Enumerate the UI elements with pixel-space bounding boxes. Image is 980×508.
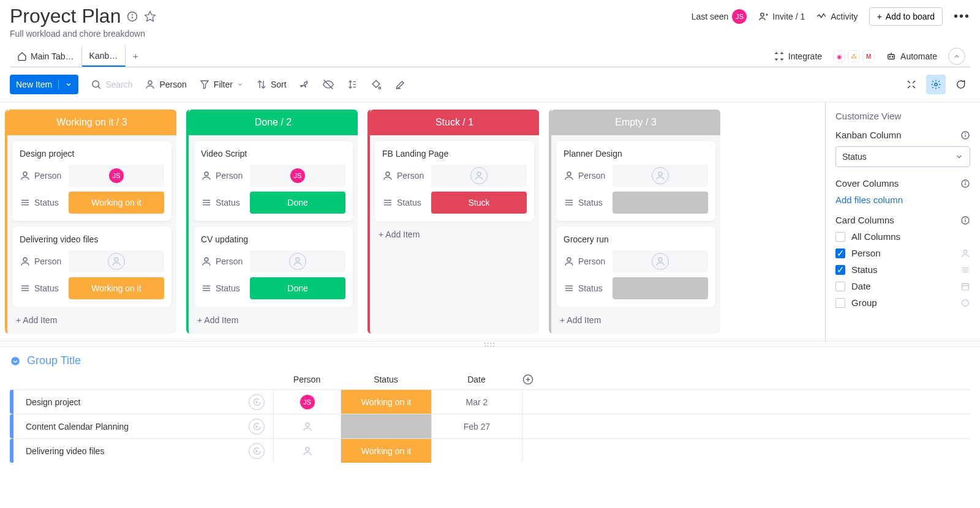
card-status-value[interactable]: [612, 192, 708, 214]
new-item-button[interactable]: New Item: [10, 75, 78, 94]
settings-icon[interactable]: [926, 75, 946, 94]
collapse-button[interactable]: [948, 48, 965, 65]
col-person[interactable]: Person: [273, 375, 341, 384]
comment-view-icon[interactable]: [951, 75, 970, 94]
check-person[interactable]: ✓ Person: [835, 248, 970, 258]
card-person-value[interactable]: JS: [250, 165, 345, 187]
add-files-column-link[interactable]: Add files column: [835, 195, 970, 205]
card-status-value[interactable]: Working on it: [69, 192, 164, 214]
add-tab-button[interactable]: +: [126, 47, 145, 66]
check-status[interactable]: ✓ Status: [835, 264, 970, 275]
edit-icon[interactable]: [394, 78, 407, 91]
info-icon[interactable]: [960, 215, 970, 225]
chat-icon[interactable]: [249, 443, 265, 459]
row-status[interactable]: [341, 414, 431, 438]
last-seen[interactable]: Last seen JS: [692, 9, 747, 24]
card-title: Design project: [20, 149, 164, 159]
card-status-value[interactable]: Done: [250, 277, 345, 299]
row-date[interactable]: [431, 439, 522, 463]
row-status[interactable]: Working on it: [341, 390, 431, 414]
card-person-value[interactable]: JS: [69, 165, 164, 187]
row-person[interactable]: [273, 439, 341, 463]
row-date[interactable]: Mar 2: [431, 390, 522, 414]
table-row[interactable]: Design projectJSWorking on itMar 2: [10, 389, 970, 414]
row-name[interactable]: Delivering video files: [13, 443, 273, 459]
color-icon[interactable]: [370, 78, 382, 91]
add-item-button[interactable]: + Add Item: [189, 307, 358, 334]
add-item-button[interactable]: + Add Item: [7, 307, 176, 334]
filter-button[interactable]: Filter: [199, 79, 244, 90]
row-person[interactable]: JS: [273, 390, 341, 414]
card-person-label: Person: [20, 170, 64, 181]
person-filter[interactable]: Person: [145, 79, 186, 90]
integration-dot-2[interactable]: ⁂: [848, 50, 860, 62]
info-icon[interactable]: [960, 130, 970, 140]
chat-icon[interactable]: [249, 419, 265, 435]
status-icon: [201, 197, 212, 208]
row-date[interactable]: Feb 27: [431, 414, 522, 438]
kanban-card[interactable]: Video ScriptPersonJSStatusDone: [194, 141, 353, 221]
search-button[interactable]: Search: [91, 79, 132, 90]
integration-dot-1[interactable]: ◉: [833, 50, 845, 62]
card-person-value[interactable]: [612, 165, 708, 187]
split-handle[interactable]: ::::: [0, 341, 980, 347]
column-header[interactable]: Working on it / 3: [7, 110, 176, 135]
info-icon[interactable]: [127, 11, 138, 22]
kanban-card[interactable]: Grocery runPersonStatus: [556, 227, 715, 307]
automate-button[interactable]: Automate: [886, 51, 937, 62]
kanban-card[interactable]: FB Landing PagePersonStatusStuck: [375, 141, 534, 221]
table-row[interactable]: Content Calendar PlanningFeb 27: [10, 414, 970, 438]
integration-dot-3[interactable]: M: [862, 50, 875, 62]
add-item-button[interactable]: + Add Item: [370, 221, 539, 248]
tab-kanban[interactable]: Kanb…: [82, 46, 126, 67]
card-status-value[interactable]: Done: [250, 192, 345, 214]
chat-icon[interactable]: [249, 394, 265, 410]
kanban-card[interactable]: Design projectPersonJSStatusWorking on i…: [12, 141, 172, 221]
group-title[interactable]: Group Title: [27, 354, 81, 367]
collapse-view-icon[interactable]: [902, 75, 921, 94]
more-icon[interactable]: •••: [954, 9, 970, 23]
card-status-value[interactable]: Stuck: [431, 192, 527, 214]
activity-button[interactable]: Activity: [816, 11, 858, 22]
row-name[interactable]: Content Calendar Planning: [13, 419, 273, 435]
table-row[interactable]: Delivering video filesWorking on it: [10, 438, 970, 463]
hide-icon[interactable]: [322, 78, 334, 91]
card-person-value[interactable]: [612, 250, 708, 272]
filter-icon: [199, 79, 210, 90]
column-header[interactable]: Stuck / 1: [370, 110, 539, 135]
card-status-value[interactable]: [612, 277, 708, 299]
height-icon[interactable]: [347, 79, 358, 90]
add-column-button[interactable]: [522, 373, 546, 386]
page-subtitle: Full workload and chore breakdown: [10, 29, 970, 39]
collapse-group-icon[interactable]: [10, 356, 21, 367]
kanban-card[interactable]: CV updatingPersonStatusDone: [194, 227, 353, 307]
pin-icon[interactable]: [299, 79, 310, 90]
check-all-columns[interactable]: All Columns: [835, 231, 970, 242]
row-status[interactable]: Working on it: [341, 439, 431, 463]
kanban-column-select[interactable]: Status: [835, 146, 970, 167]
invite-button[interactable]: Invite / 1: [758, 11, 805, 22]
col-status[interactable]: Status: [341, 375, 431, 384]
column-header[interactable]: Empty / 3: [551, 110, 720, 135]
info-icon[interactable]: [960, 179, 970, 189]
kanban-card[interactable]: Planner DesignPersonStatus: [556, 141, 715, 221]
col-date[interactable]: Date: [431, 375, 522, 384]
sort-button[interactable]: Sort: [256, 79, 287, 90]
row-rest: [522, 414, 970, 438]
star-icon[interactable]: [144, 10, 156, 23]
add-item-button[interactable]: + Add Item: [551, 307, 720, 334]
row-name[interactable]: Design project: [13, 394, 273, 410]
card-person-value[interactable]: [69, 250, 164, 272]
add-to-board-button[interactable]: + Add to board: [869, 7, 943, 26]
tab-main[interactable]: Main Tab…: [10, 47, 82, 66]
card-person-value[interactable]: [431, 165, 527, 187]
card-status-value[interactable]: Working on it: [69, 277, 164, 299]
check-group[interactable]: Group: [835, 297, 970, 308]
check-date[interactable]: Date: [835, 281, 970, 291]
card-person-value[interactable]: [250, 250, 345, 272]
svg-point-54: [658, 258, 662, 261]
integrate-button[interactable]: Integrate: [774, 51, 822, 62]
column-header[interactable]: Done / 2: [189, 110, 358, 135]
kanban-card[interactable]: Delivering video filesPersonStatusWorkin…: [12, 227, 172, 307]
row-person[interactable]: [273, 414, 341, 438]
